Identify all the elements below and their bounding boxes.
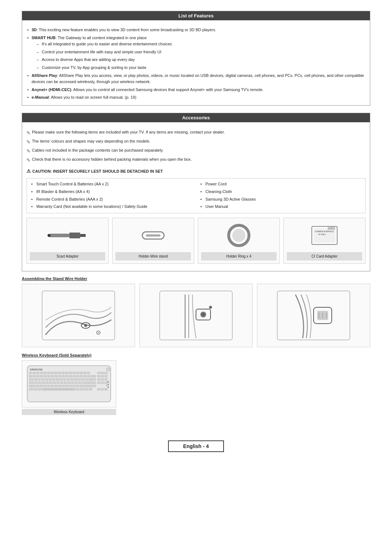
holder-ring-svg [224,223,253,248]
wireless-keyboard-label: Wireless Keyboard [22,409,116,415]
holder-wire-label: Holder-Wire stand [115,252,191,260]
svg-rect-132 [97,382,100,384]
svg-rect-135 [97,388,100,390]
svg-rect-122 [89,388,92,390]
svg-rect-67 [87,375,90,377]
assembly-step-1-svg [38,287,118,344]
holder-wire-svg [139,225,168,246]
svg-rect-114 [80,385,96,387]
ci-card-image: COMMON INTERFACE 5V ONLY [287,221,362,250]
svg-rect-94 [60,382,63,384]
note-1: ✎ Please make sure the following items a… [26,129,366,137]
feature-item-anynet: Anynet+ (HDMI-CEC): Allows you to contro… [26,87,366,93]
svg-rect-69 [29,378,33,381]
svg-rect-106 [51,385,54,387]
svg-text:5V ONLY: 5V ONLY [318,233,326,235]
footer-english-text: English - 4 [168,440,224,452]
svg-rect-79 [67,378,70,381]
smarthub-sub-2: Control your entertainment life with eas… [32,49,366,56]
svg-rect-133 [101,382,104,384]
acc-item-3: Remote Control & Batteries (AAA x 2) [31,196,192,203]
svg-rect-41 [54,372,57,374]
svg-rect-88 [38,382,41,384]
svg-rect-125 [105,372,107,374]
svg-rect-61 [65,375,68,377]
svg-rect-2 [80,234,86,237]
note-icon-4: ✎ [26,156,30,164]
svg-rect-72 [41,378,44,381]
svg-rect-44 [65,372,68,374]
acc-col-right: Power Cord Cleaning-Cloth Samsung 3D Act… [196,178,365,213]
svg-rect-36 [36,372,39,374]
svg-rect-66 [83,375,86,377]
svg-rect-77 [60,378,62,381]
feature-item-emanual: e-Manual: Allows you to read on screen f… [26,94,366,101]
svg-rect-107 [54,385,57,387]
svg-rect-84 [85,378,88,381]
note-text-1: Please make sure the following items are… [32,129,225,136]
svg-rect-136 [101,388,104,390]
svg-rect-51 [29,375,32,377]
accessories-header: Accessories [22,113,370,122]
svg-rect-117 [38,388,41,390]
svg-rect-116 [33,388,37,390]
note-icon-2: ✎ [26,138,30,146]
page-content: List of Features 3D: This exciting new f… [22,11,370,452]
svg-rect-113 [76,385,79,387]
scart-adapter-image [30,221,105,250]
holder-ring-label: Holder Ring x 4 [201,252,277,260]
svg-rect-118 [42,388,75,390]
svg-rect-126 [97,375,100,377]
product-scart-adapter: Scart Adapter [26,218,109,264]
svg-rect-62 [69,375,72,377]
svg-rect-99 [78,382,81,384]
svg-rect-54 [40,375,43,377]
svg-rect-70 [34,378,37,381]
acc-item-1: Smart Touch Control & Batteries (AA x 2) [31,181,192,188]
svg-rect-47 [76,372,79,374]
svg-rect-115 [29,388,33,390]
svg-rect-57 [51,375,54,377]
note-text-3: Cables not included in the package conte… [32,147,163,154]
smarthub-sub-3: Access to diverse Apps that are adding u… [32,57,366,63]
svg-rect-90 [46,382,49,384]
product-ci-card: COMMON INTERFACE 5V ONLY CI Card Adapter [283,218,366,264]
svg-rect-52 [33,375,36,377]
svg-rect-35 [33,372,36,374]
svg-rect-38 [44,372,46,374]
ci-card-svg: COMMON INTERFACE 5V ONLY [308,223,341,248]
features-section: List of Features 3D: This exciting new f… [22,11,370,106]
note-text-2: The items' colours and shapes may vary d… [32,138,150,145]
acc-list-right: Power Cord Cleaning-Cloth Samsung 3D Act… [200,181,361,210]
svg-rect-92 [53,382,56,384]
svg-rect-121 [84,388,88,390]
svg-rect-102 [36,385,39,387]
svg-point-25 [209,306,212,309]
svg-rect-80 [70,378,73,381]
svg-rect-37 [40,372,43,374]
product-holder-ring: Holder Ring x 4 [198,218,280,264]
svg-point-139 [107,381,109,383]
svg-rect-93 [57,382,60,384]
acc-col-left: Smart Touch Control & Batteries (AA x 2)… [27,178,196,213]
svg-rect-101 [29,385,36,387]
svg-point-24 [202,313,204,316]
feature-item-smarthub: SMART HUB: The Gateway to all content in… [26,35,366,71]
accessories-items-grid: Smart Touch Control & Batteries (AA x 2)… [26,178,366,213]
svg-rect-78 [63,378,66,381]
assembly-step-2-box [139,284,253,347]
acc-item-7: Samsung 3D Active Glasses [200,196,361,203]
features-content: 3D: This exciting new feature enables yo… [22,24,370,105]
smarthub-sub-4: Customize your TV, by App grouping & sor… [32,65,366,71]
svg-rect-129 [97,378,100,381]
features-header: List of Features [22,11,370,20]
assembly-title: Assembling the Stand Wire Holder [22,276,370,281]
svg-rect-134 [105,382,107,384]
acc-item-8: User Manual [200,203,361,210]
svg-rect-85 [89,378,96,381]
svg-rect-45 [69,372,72,374]
wireless-keyboard-section: Wireless Keyboard (Sold Separately) SAMS… [22,353,370,415]
svg-text:COMMON INTERFACE: COMMON INTERFACE [315,230,334,233]
svg-point-17 [84,324,87,327]
product-images-row: Scart Adapter Holder-Wire stand [26,218,366,264]
